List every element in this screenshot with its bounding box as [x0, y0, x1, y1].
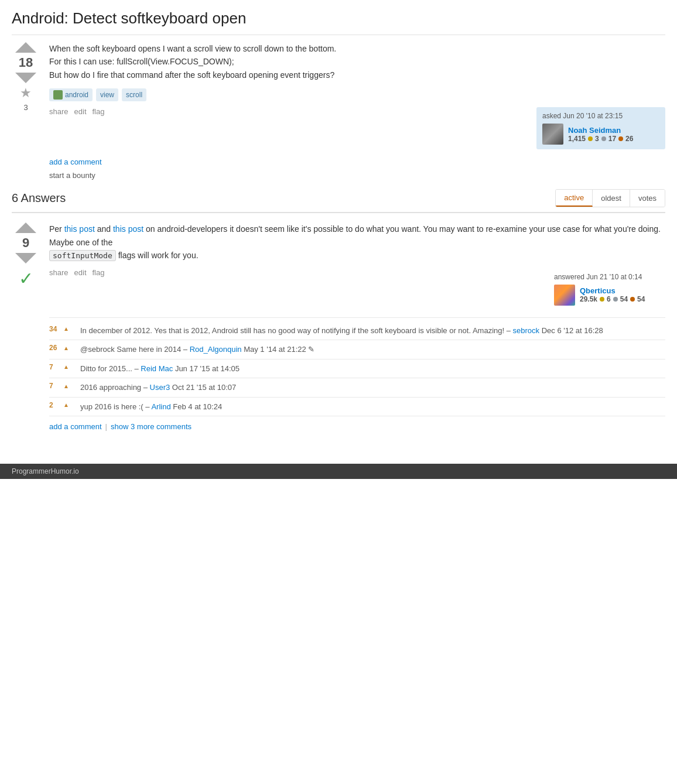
comment2-user-link[interactable]: Rod_Algonquin: [190, 345, 242, 354]
comment5-vote-group: 2 ▲: [49, 401, 76, 409]
bronze-badge-dot: [618, 136, 623, 141]
question-action-links: share edit flag: [49, 107, 104, 116]
comment1-user-link[interactable]: sebrock: [513, 326, 540, 335]
comment1-text: In december of 2012. Yes that is 2012, A…: [80, 325, 665, 337]
answer-accepted-checkmark: ✓: [19, 268, 33, 289]
comment2-upvote-icon[interactable]: ▲: [63, 345, 69, 351]
answer-gold-badge-dot: [600, 297, 604, 302]
footer-brand: ProgrammerHumor.io: [12, 467, 79, 475]
tag-android[interactable]: android: [49, 88, 93, 101]
answer-block: 9 ✓ Per this post and this post on andro…: [12, 222, 665, 431]
answer-vote-column: 9 ✓: [12, 222, 40, 431]
tag-view[interactable]: view: [96, 88, 118, 101]
comment3-user-link[interactable]: Reid Mac: [141, 364, 173, 373]
answer-upvote-button[interactable]: [15, 222, 36, 233]
question-asker-gold: 3: [595, 135, 599, 143]
comment5-vote-count: 2: [49, 401, 61, 409]
question-upvote-button[interactable]: [15, 42, 36, 53]
tab-active[interactable]: active: [556, 190, 593, 207]
comment3-vote-count: 7: [49, 363, 61, 371]
answer-answerer-avatar: [554, 285, 575, 306]
question-user-row: Noah Seidman 1,415 3 17 26: [542, 124, 659, 145]
question-asker-name[interactable]: Noah Seidman: [568, 126, 633, 135]
comment-item: 7 ▲ Ditto for 2015... – Reid Mac Jun 17 …: [49, 360, 665, 379]
answer-body-end: flags will work for you.: [118, 251, 199, 260]
answer-flag-link[interactable]: flag: [93, 268, 105, 277]
answer-body-mid: and: [95, 224, 113, 234]
answers-tabs: active oldest votes: [555, 189, 665, 207]
answer-answerer-avatar-img: [554, 285, 575, 306]
question-start-bounty-link[interactable]: start a bounty: [49, 171, 665, 180]
answer-user-row: Qberticus 29.5k 6 54 54: [554, 285, 659, 306]
answers-header: 6 Answers active oldest votes: [12, 189, 665, 207]
comment5-upvote-icon[interactable]: ▲: [63, 402, 69, 408]
answer-meta: share edit flag answered Jun 21 '10 at 0…: [49, 268, 665, 310]
comment3-upvote-icon[interactable]: ▲: [63, 364, 69, 370]
question-share-link[interactable]: share: [49, 107, 69, 116]
comment-footer: add a comment | show 3 more comments: [49, 422, 665, 431]
answer-downvote-button[interactable]: [15, 253, 36, 263]
question-asker-avatar: [542, 124, 563, 145]
answer-answerer-gold: 6: [607, 295, 611, 303]
comment3-text: Ditto for 2015... – Reid Mac Jun 17 '15 …: [80, 363, 665, 375]
answer-answerer-bronze: 54: [637, 295, 645, 303]
question-asker-silver: 17: [608, 135, 616, 143]
answer-silver-badge-dot: [613, 297, 618, 302]
question-line2: For this I can use: fullScroll(View.FOCU…: [49, 57, 234, 66]
comment1-upvote-icon[interactable]: ▲: [63, 326, 69, 332]
show-more-comments-link[interactable]: show 3 more comments: [111, 422, 192, 431]
favorite-count: 3: [23, 103, 28, 112]
answer-link1[interactable]: this post: [64, 224, 95, 234]
question-downvote-button[interactable]: [15, 73, 36, 83]
question-asker-bronze: 26: [625, 135, 633, 143]
tag-scroll[interactable]: scroll: [122, 88, 146, 101]
answer-answered-box: answered Jun 21 '10 at 0:14 Qberticus 29…: [548, 268, 665, 310]
answer-add-comment-link[interactable]: add a comment: [49, 422, 102, 431]
answer-answerer-rep-score: 29.5k: [580, 295, 597, 303]
question-add-comment-link[interactable]: add a comment: [49, 158, 665, 166]
comment4-vote-group: 7 ▲: [49, 382, 76, 390]
question-edit-link[interactable]: edit: [74, 107, 87, 116]
comment4-user-link[interactable]: User3: [150, 383, 170, 392]
answer-share-link[interactable]: share: [49, 268, 69, 277]
question-asked-box: asked Jun 20 '10 at 23:15 Noah Seidman 1…: [536, 107, 665, 149]
answer-answered-label: answered Jun 21 '10 at 0:14: [554, 273, 659, 281]
comment-item: 2 ▲ yup 2016 is here :( – Arlind Feb 4 a…: [49, 398, 665, 417]
comment2-text: @sebrock Same here in 2014 – Rod_Algonqu…: [80, 344, 665, 355]
comment4-upvote-icon[interactable]: ▲: [63, 383, 69, 389]
question-asked-label: asked Jun 20 '10 at 23:15: [542, 112, 659, 120]
answer-edit-link[interactable]: edit: [74, 268, 87, 277]
question-flag-link[interactable]: flag: [93, 107, 105, 116]
comment1-vote-group: 34 ▲: [49, 325, 76, 333]
answer-body-prefix: Per: [49, 224, 64, 234]
comment4-text: 2016 approaching – User3 Oct 21 '15 at 1…: [80, 382, 665, 393]
answer-body: Per this post and this post on android-d…: [49, 222, 665, 262]
title-divider: [12, 35, 665, 35]
tab-oldest[interactable]: oldest: [593, 190, 630, 207]
comment2-vote-count: 26: [49, 344, 61, 352]
question-content: When the soft keyboard opens I want a sc…: [49, 42, 665, 180]
tags-row: android view scroll: [49, 88, 665, 101]
answers-title: 6 Answers: [12, 191, 66, 205]
answer-answerer-name[interactable]: Qberticus: [580, 286, 645, 295]
question-block: 18 ★ 3 When the soft keyboard opens I wa…: [12, 42, 665, 180]
comment-footer-separator: |: [105, 422, 107, 431]
tab-votes[interactable]: votes: [630, 190, 665, 207]
favorite-star-icon[interactable]: ★: [20, 85, 32, 101]
comment-item: 26 ▲ @sebrock Same here in 2014 – Rod_Al…: [49, 340, 665, 360]
question-line1: When the soft keyboard opens I want a sc…: [49, 44, 336, 53]
question-vote-count: 18: [19, 55, 33, 70]
comment-item: 34 ▲ In december of 2012. Yes that is 20…: [49, 321, 665, 341]
answer-link2[interactable]: this post: [113, 224, 143, 234]
silver-badge-dot: [601, 136, 606, 141]
tag-scroll-label: scroll: [126, 91, 142, 99]
android-icon: [53, 90, 63, 100]
comment3-vote-group: 7 ▲: [49, 363, 76, 371]
question-asker-avatar-img: [542, 124, 563, 145]
question-vote-column: 18 ★ 3: [12, 42, 40, 180]
comments-section: 34 ▲ In december of 2012. Yes that is 20…: [49, 317, 665, 432]
answer-action-links: share edit flag: [49, 268, 104, 277]
comment5-user-link[interactable]: Arlind: [151, 402, 170, 411]
comment-item: 7 ▲ 2016 approaching – User3 Oct 21 '15 …: [49, 378, 665, 398]
page-title: Android: Detect softkeyboard open: [12, 9, 665, 28]
